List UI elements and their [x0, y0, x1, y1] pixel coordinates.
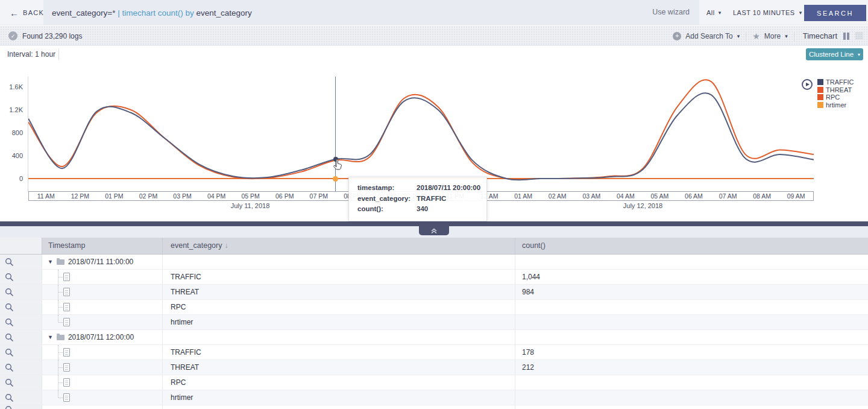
tooltip-value: TRAFFIC	[417, 194, 486, 204]
table-row[interactable]: THREAT984	[0, 285, 868, 300]
x-axis-tick-label: 07 AM	[711, 192, 745, 200]
y-axis-tick-label: 800	[0, 129, 23, 136]
legend-item-rpc[interactable]: RPC	[817, 94, 854, 101]
tooltip-value: 2018/07/11 20:00:00	[417, 183, 486, 194]
collapse-group-icon[interactable]: ▼	[48, 334, 53, 340]
row-search-icon[interactable]	[0, 300, 42, 314]
legend-item-threat[interactable]: THREAT	[817, 86, 854, 94]
category-cell: hrtimer	[163, 315, 515, 329]
legend-item-traffic[interactable]: TRAFFIC	[817, 78, 854, 86]
table-row[interactable]: TRAFFIC1,044	[0, 270, 868, 285]
x-axis-tick-label: 03 PM	[165, 192, 200, 200]
row-search-icon[interactable]	[0, 270, 42, 284]
header-cell-timestamp[interactable]: Timestamp	[42, 238, 163, 254]
row-search-icon[interactable]	[0, 390, 42, 405]
series-line-threat	[28, 80, 814, 180]
use-wizard-link[interactable]: Use wizard	[652, 8, 690, 16]
table-row[interactable]: RPC	[0, 300, 868, 315]
search-button[interactable]: SEARCH	[804, 5, 866, 21]
scope-value: All	[706, 9, 715, 16]
status-bar: ✓ Found 23,290 logs + Add Search To ▾ ★ …	[0, 26, 868, 46]
collapse-group-icon[interactable]: ▼	[48, 259, 53, 265]
legend-item-hrtimer[interactable]: hrtimer	[817, 101, 854, 109]
count-cell	[515, 375, 868, 390]
tree-cell	[42, 285, 163, 299]
table-body: ▼2018/07/11 11:00:00TRAFFIC1,044THREAT98…	[0, 255, 868, 409]
results-table: Timestamp event_category↓ count() ▼2018/…	[0, 238, 868, 409]
more-label: More	[764, 32, 781, 40]
tree-line	[58, 367, 63, 368]
x-axis-tick-label: 09 AM	[779, 192, 813, 200]
group-timestamp-cell: ▼2018/07/11 12:00:00	[42, 330, 163, 344]
tree-cell	[42, 300, 163, 314]
chart-type-dropdown[interactable]: Clustered Line ▾	[806, 48, 863, 60]
row-search-icon[interactable]	[0, 315, 42, 329]
scope-dropdown[interactable]: All ▾	[706, 0, 722, 25]
row-search-icon[interactable]	[0, 405, 42, 409]
x-axis-tick-label: 02 AM	[540, 192, 574, 200]
timechart-plot[interactable]	[28, 77, 814, 192]
panel-divider-bar[interactable]	[0, 221, 868, 226]
y-axis-tick-label: 400	[0, 152, 23, 159]
count-cell	[515, 315, 868, 329]
row-search-icon[interactable]	[0, 375, 42, 390]
play-button[interactable]	[802, 79, 813, 90]
table-row[interactable]: hrtimer	[0, 390, 868, 405]
row-search-icon[interactable]	[0, 255, 42, 269]
x-axis-tick-label: 12 PM	[63, 192, 98, 200]
tree-line	[58, 352, 63, 353]
x-axis-tick-label: 01 PM	[97, 192, 131, 200]
row-search-icon[interactable]	[0, 360, 42, 375]
back-arrow-icon: ←	[10, 8, 19, 18]
document-icon	[63, 348, 70, 357]
collapse-chart-button[interactable]	[419, 226, 449, 235]
tooltip-value: 340	[417, 204, 486, 215]
time-range-dropdown[interactable]: LAST 10 MINUTES ▾	[733, 0, 802, 25]
interval-label: Interval: 1 hour	[7, 50, 55, 59]
row-search-icon[interactable]	[0, 285, 42, 299]
table-row[interactable]: RPC	[0, 375, 868, 390]
crosshair-line	[335, 77, 336, 192]
more-dropdown[interactable]: ★ More ▾	[752, 31, 787, 41]
timechart-view-label: Timechart	[803, 31, 837, 40]
row-search-icon[interactable]	[0, 345, 42, 360]
count-cell	[515, 330, 868, 344]
y-axis-tick-label: 1.2K	[0, 106, 23, 113]
chart-tooltip: timestamp: 2018/07/11 20:00:00 event_cat…	[348, 177, 487, 221]
chart-view-icon[interactable]	[843, 33, 849, 40]
search-query-input[interactable]: event_category=* | timechart count() by …	[43, 0, 699, 25]
category-cell	[163, 405, 515, 409]
header-cell-category[interactable]: event_category↓	[163, 238, 515, 254]
header-cell-count[interactable]: count()	[515, 238, 868, 254]
document-icon	[63, 318, 70, 326]
table-row[interactable]: THREAT212	[0, 360, 868, 375]
add-search-to-dropdown[interactable]: + Add Search To ▾	[673, 32, 740, 40]
table-group-row[interactable]: ▼2018/07/11 12:00:00	[0, 330, 868, 345]
row-search-icon[interactable]	[0, 330, 42, 344]
category-cell	[163, 330, 515, 344]
found-logs-status: ✓ Found 23,290 logs	[8, 26, 82, 46]
legend-swatch	[817, 94, 823, 100]
folder-icon	[57, 335, 64, 340]
table-view-icon[interactable]	[855, 32, 863, 40]
back-button[interactable]: ← BACK	[10, 0, 44, 25]
tree-line	[58, 277, 63, 277]
x-axis-tick-label: 07 PM	[302, 192, 336, 200]
tree-line	[58, 315, 58, 322]
tree-line	[58, 307, 63, 308]
table-row[interactable]: TRAFFIC178	[0, 345, 868, 360]
category-header-label: event_category	[171, 241, 222, 250]
x-axis-tick-label: 01 AM	[506, 192, 541, 200]
x-axis-tick-label: 11 AM	[29, 192, 63, 200]
category-cell: RPC	[163, 300, 515, 314]
x-axis-tick-label: 05 PM	[233, 192, 268, 200]
y-axis-tick-label: 0	[0, 175, 23, 182]
status-bar-tools: + Add Search To ▾ ★ More ▾ Timechart	[673, 26, 863, 46]
legend-swatch	[817, 87, 823, 93]
timechart-panel: 1.6K1.2K8004000 11 AM12 PM01 PM02 PM03 P…	[0, 63, 868, 221]
table-row[interactable]: hrtimer	[0, 315, 868, 330]
legend-label: hrtimer	[826, 101, 846, 109]
category-cell: TRAFFIC	[163, 270, 515, 284]
tooltip-row: count(): 340	[357, 204, 486, 215]
table-group-row[interactable]: ▼2018/07/11 11:00:00	[0, 255, 868, 270]
